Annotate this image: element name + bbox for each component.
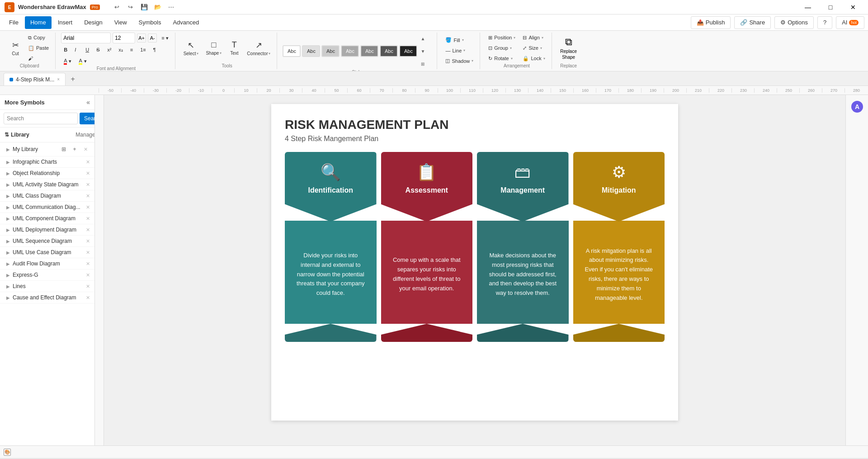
- font-family-input[interactable]: [61, 33, 111, 43]
- style-box-6[interactable]: Abc: [380, 45, 398, 57]
- sidebar-item-9[interactable]: ▶ Audit Flow Diagram ✕: [0, 258, 94, 270]
- format-painter-button[interactable]: 🖌: [25, 53, 52, 63]
- bold-button[interactable]: B: [61, 45, 70, 55]
- options-button[interactable]: ⚙ Options: [774, 16, 814, 29]
- superscript-button[interactable]: x²: [104, 45, 114, 55]
- close-my-library-button[interactable]: ✕: [81, 145, 90, 154]
- styles-scroll-up[interactable]: ▲: [419, 33, 426, 44]
- ai-button[interactable]: AI hot: [836, 16, 864, 29]
- sidebar-item-5[interactable]: ▶ UML Component Diagram ✕: [0, 213, 94, 224]
- minimize-button[interactable]: —: [797, 1, 818, 14]
- close-button[interactable]: ✕: [843, 1, 863, 14]
- font-size-decrease-button[interactable]: A-: [148, 33, 157, 43]
- sidebar-item-3[interactable]: ▶ UML Class Diagram ✕: [0, 190, 94, 202]
- canvas-scroll[interactable]: RISK MANAGEMENT PLAN 4 Step Risk Mangeme…: [104, 95, 845, 445]
- maximize-button[interactable]: □: [820, 1, 841, 14]
- text-button[interactable]: T Text: [226, 34, 242, 62]
- style-box-7[interactable]: Abc: [399, 45, 417, 57]
- styles-expand[interactable]: ⊞: [419, 58, 426, 70]
- sidebar-item-10[interactable]: ▶ Express-G ✕: [0, 270, 94, 281]
- connector-button[interactable]: ↗ Connector ▾: [244, 34, 273, 62]
- sidebar-item-my-library[interactable]: ▶ My Library ⊞ + ✕: [0, 142, 94, 156]
- redo-button[interactable]: ↪: [124, 1, 137, 14]
- remove-item-button[interactable]: ✕: [86, 216, 90, 222]
- sidebar-item-1[interactable]: ▶ Object Relationship ✕: [0, 168, 94, 179]
- line-button[interactable]: — Line ▾: [443, 46, 476, 56]
- open-button[interactable]: 📂: [151, 1, 164, 14]
- subscript-button[interactable]: x₂: [116, 45, 126, 55]
- publish-button[interactable]: 📤 Publish: [691, 16, 731, 29]
- menu-advanced[interactable]: Advanced: [167, 16, 204, 29]
- remove-item-button[interactable]: ✕: [86, 295, 90, 301]
- font-size-increase-button[interactable]: A+: [137, 33, 146, 43]
- more-button[interactable]: ⋯: [165, 1, 178, 14]
- shadow-button[interactable]: ◫ Shadow ▾: [443, 56, 476, 66]
- group-button[interactable]: ⊡ Group ▾: [486, 43, 518, 53]
- remove-item-button[interactable]: ✕: [86, 193, 90, 199]
- sidebar-item-4[interactable]: ▶ UML Communication Diag... ✕: [0, 202, 94, 213]
- paste-button[interactable]: 📋 Paste: [25, 43, 52, 53]
- save-button[interactable]: 💾: [138, 1, 151, 14]
- menu-home[interactable]: Home: [25, 16, 52, 29]
- remove-item-button[interactable]: ✕: [86, 284, 90, 289]
- underline-button[interactable]: U: [83, 45, 92, 55]
- sidebar-item-2[interactable]: ▶ UML Activity State Diagram ✕: [0, 179, 94, 190]
- sidebar-item-7[interactable]: ▶ UML Sequence Diagram ✕: [0, 236, 94, 247]
- tab-close-button[interactable]: ×: [57, 77, 60, 82]
- tab-4-step-risk[interactable]: 4-Step Risk M... ×: [4, 73, 66, 85]
- remove-item-button[interactable]: ✕: [86, 272, 90, 278]
- font-color-button[interactable]: A ▾: [61, 56, 74, 66]
- undo-button[interactable]: ↩: [111, 1, 123, 14]
- menu-file[interactable]: File: [4, 16, 24, 29]
- style-box-2[interactable]: Abc: [302, 45, 320, 57]
- sidebar-item-8[interactable]: ▶ UML Use Case Diagram ✕: [0, 247, 94, 258]
- italic-button[interactable]: I: [72, 45, 81, 55]
- remove-item-button[interactable]: ✕: [86, 170, 90, 176]
- copy-button[interactable]: ⧉ Copy: [25, 33, 52, 43]
- style-box-4[interactable]: Abc: [341, 45, 359, 57]
- strikethrough-button[interactable]: S: [94, 45, 103, 55]
- sidebar-item-12[interactable]: ▶ Cause and Effect Diagram ✕: [0, 292, 94, 303]
- canvas[interactable]: RISK MANAGEMENT PLAN 4 Step Risk Mangeme…: [271, 104, 678, 421]
- search-input[interactable]: [4, 113, 78, 124]
- position-button[interactable]: ⊞ Position ▾: [486, 33, 518, 43]
- menu-design[interactable]: Design: [79, 16, 108, 29]
- text-align-button[interactable]: ≡ ▾: [159, 33, 171, 43]
- remove-item-button[interactable]: ✕: [86, 159, 90, 165]
- select-button[interactable]: ↖ Select ▾: [181, 34, 202, 62]
- numbered-list-button[interactable]: 1≡: [137, 45, 149, 55]
- size-button[interactable]: ⤢ Size ▾: [520, 43, 547, 53]
- menu-insert[interactable]: Insert: [52, 16, 78, 29]
- search-button[interactable]: Search: [80, 113, 95, 124]
- remove-item-button[interactable]: ✕: [86, 238, 90, 244]
- remove-item-button[interactable]: ✕: [86, 182, 90, 188]
- highlight-button[interactable]: A ▾: [76, 56, 89, 66]
- remove-item-button[interactable]: ✕: [86, 227, 90, 233]
- sidebar-item-11[interactable]: ▶ Lines ✕: [0, 281, 94, 292]
- sidebar-collapse-button[interactable]: «: [86, 99, 90, 106]
- tab-add-button[interactable]: +: [66, 73, 79, 85]
- style-box-5[interactable]: Abc: [360, 45, 378, 57]
- remove-item-button[interactable]: ✕: [86, 261, 90, 267]
- styles-scroll-down[interactable]: ▼: [419, 45, 426, 57]
- sidebar-item-0[interactable]: ▶ Infographic Charts ✕: [0, 156, 94, 168]
- cut-button[interactable]: ✂ Cut: [7, 34, 24, 62]
- add-library-button[interactable]: +: [70, 145, 79, 154]
- manage-button[interactable]: Manage: [81, 130, 90, 139]
- share-button[interactable]: 🔗 Share: [734, 16, 771, 29]
- sidebar-item-6[interactable]: ▶ UML Deployment Diagram ✕: [0, 224, 94, 236]
- rotate-button[interactable]: ↻ Rotate ▾: [486, 53, 518, 63]
- paragraph-button[interactable]: ¶: [151, 45, 159, 55]
- lock-button[interactable]: 🔒 Lock ▾: [520, 53, 547, 63]
- shape-button[interactable]: □ Shape ▾: [203, 34, 224, 62]
- ai-assistant-button[interactable]: A: [849, 99, 865, 115]
- font-size-input[interactable]: [113, 33, 135, 43]
- remove-item-button[interactable]: ✕: [86, 250, 90, 256]
- style-box-1[interactable]: Abc: [283, 45, 301, 57]
- replace-shape-button[interactable]: ⧉ Replace Shape: [557, 34, 580, 62]
- bullet-list-button[interactable]: ≡: [127, 45, 136, 55]
- help-button[interactable]: ?: [817, 16, 832, 29]
- menu-symbols[interactable]: Symbols: [133, 16, 167, 29]
- color-picker-button[interactable]: 🎨: [4, 449, 11, 456]
- remove-item-button[interactable]: ✕: [86, 204, 90, 210]
